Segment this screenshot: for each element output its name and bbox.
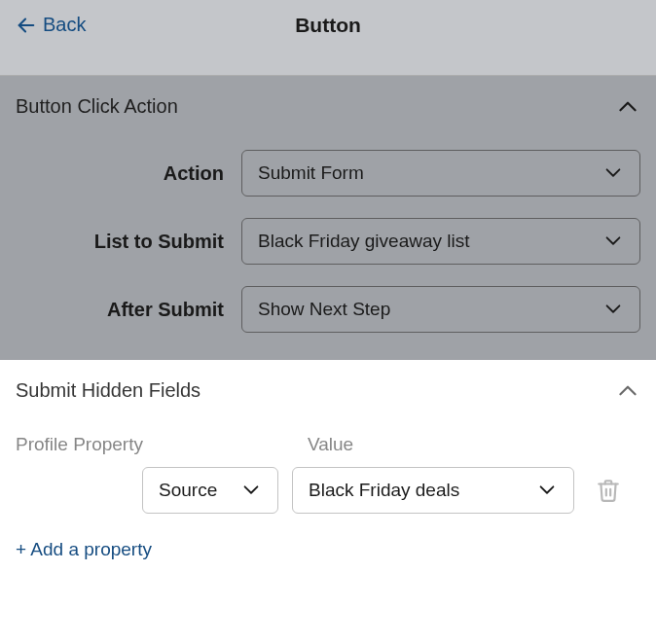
add-property-label: + Add a property — [16, 539, 152, 560]
chevron-down-icon — [602, 299, 624, 320]
list-to-submit-value: Black Friday giveaway list — [258, 231, 602, 252]
chevron-down-icon — [602, 231, 624, 252]
section-button-click-action: Button Click Action Action Submit Form L… — [0, 76, 656, 360]
section-title: Button Click Action — [16, 95, 178, 118]
value-cell: Black Friday deals — [292, 467, 574, 514]
after-submit-select[interactable]: Show Next Step — [241, 286, 640, 333]
trash-icon — [596, 477, 621, 504]
page-header: Back Button — [0, 0, 656, 76]
section-header: Button Click Action — [16, 93, 640, 119]
value-column-label: Value — [308, 434, 353, 455]
section-title: Submit Hidden Fields — [16, 379, 200, 402]
chevron-down-icon — [536, 480, 558, 501]
action-select-value: Submit Form — [258, 162, 602, 184]
list-to-submit-select[interactable]: Black Friday giveaway list — [241, 218, 640, 265]
property-select-value: Source — [159, 480, 217, 501]
section-header: Submit Hidden Fields — [16, 377, 640, 403]
profile-property-column-label: Profile Property — [16, 434, 308, 455]
action-label: Action — [16, 162, 241, 185]
collapse-toggle-icon[interactable] — [615, 377, 640, 403]
property-cell: Source — [16, 467, 278, 514]
action-row: Action Submit Form — [16, 150, 640, 197]
list-to-submit-label: List to Submit — [16, 231, 241, 253]
section-submit-hidden-fields: Submit Hidden Fields Profile Property Va… — [0, 360, 656, 588]
add-property-button[interactable]: + Add a property — [16, 539, 152, 560]
after-submit-row: After Submit Show Next Step — [16, 286, 640, 333]
collapse-toggle-icon[interactable] — [615, 93, 640, 119]
hidden-fields-row: Source Black Friday deals — [16, 467, 640, 514]
hidden-fields-labels: Profile Property Value — [16, 434, 640, 455]
arrow-left-icon — [16, 15, 37, 36]
back-button[interactable]: Back — [16, 14, 86, 36]
chevron-down-icon — [240, 480, 262, 501]
back-label: Back — [43, 14, 86, 36]
after-submit-value: Show Next Step — [258, 299, 602, 320]
list-to-submit-row: List to Submit Black Friday giveaway lis… — [16, 218, 640, 265]
value-select-value: Black Friday deals — [309, 480, 459, 501]
delete-row-button[interactable] — [596, 477, 621, 504]
action-select[interactable]: Submit Form — [241, 150, 640, 197]
page-title: Button — [295, 14, 361, 37]
chevron-down-icon — [602, 162, 624, 184]
property-select[interactable]: Source — [142, 467, 278, 514]
value-select[interactable]: Black Friday deals — [292, 467, 574, 514]
after-submit-label: After Submit — [16, 299, 241, 321]
